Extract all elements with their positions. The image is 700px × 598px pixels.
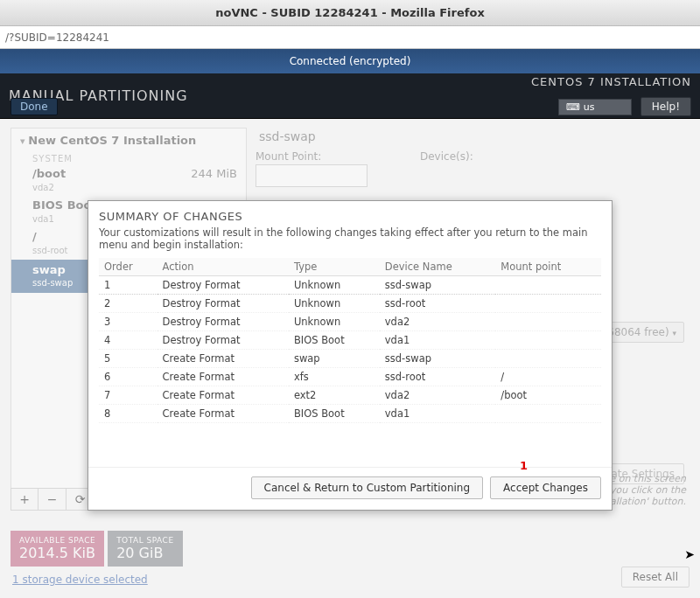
- summary-of-changes-dialog: SUMMARY OF CHANGES Your customizations w…: [88, 200, 612, 511]
- browser-titlebar: noVNC - SUBID 12284241 - Mozilla Firefox: [0, 0, 700, 26]
- cell-order: 3: [99, 313, 158, 331]
- cell-device: vda1: [380, 405, 495, 423]
- cell-order: 1: [99, 276, 158, 295]
- novnc-status-banner: Connected (encrypted): [0, 49, 700, 73]
- col-device[interactable]: Device Name: [380, 258, 495, 276]
- browser-title-text: noVNC - SUBID 12284241 - Mozilla Firefox: [215, 6, 485, 19]
- cell-mount: [495, 276, 601, 295]
- cell-mount: [495, 313, 601, 331]
- cell-mount: [495, 331, 601, 350]
- novnc-status-text: Connected (encrypted): [290, 55, 411, 67]
- cell-action: Create Format: [158, 405, 289, 423]
- cell-action: Destroy Format: [158, 276, 289, 295]
- cell-type: swap: [289, 350, 380, 368]
- col-type[interactable]: Type: [289, 258, 380, 276]
- cell-action: Create Format: [158, 386, 289, 405]
- changes-table: Order Action Type Device Name Mount poin…: [99, 258, 601, 423]
- browser-url-bar[interactable]: /?SUBID=12284241: [0, 26, 700, 49]
- cell-mount: [495, 350, 601, 368]
- help-button[interactable]: Help!: [640, 97, 691, 116]
- cell-device: vda2: [380, 313, 495, 331]
- table-row[interactable]: 5Create Formatswapssd-swap: [99, 350, 601, 368]
- table-row[interactable]: 7Create Formatext2vda2/boot: [99, 386, 601, 405]
- cancel-return-button[interactable]: Cancel & Return to Custom Partitioning: [251, 476, 484, 499]
- cell-action: Create Format: [158, 350, 289, 368]
- done-button[interactable]: Done: [10, 98, 58, 115]
- cell-mount: [495, 295, 601, 313]
- cell-action: Destroy Format: [158, 331, 289, 350]
- cell-type: Unknown: [289, 276, 380, 295]
- cell-mount: [495, 405, 601, 423]
- anaconda-header: MANUAL PARTITIONING Done CENTOS 7 INSTAL…: [0, 73, 700, 119]
- cell-order: 7: [99, 386, 158, 405]
- table-row[interactable]: 1Destroy FormatUnknownssd-swap: [99, 276, 601, 295]
- table-row[interactable]: 4Destroy FormatBIOS Bootvda1: [99, 331, 601, 350]
- col-order[interactable]: Order: [99, 258, 158, 276]
- cell-order: 2: [99, 295, 158, 313]
- cell-type: BIOS Boot: [289, 331, 380, 350]
- cell-order: 8: [99, 405, 158, 423]
- keyboard-layout-text: us: [584, 101, 595, 113]
- dialog-title: SUMMARY OF CHANGES: [88, 201, 612, 226]
- cell-device: vda2: [380, 386, 495, 405]
- keyboard-indicator[interactable]: us: [558, 99, 632, 115]
- cell-device: vda1: [380, 331, 495, 350]
- cell-type: Unknown: [289, 313, 380, 331]
- cell-type: Unknown: [289, 295, 380, 313]
- cell-device: ssd-swap: [380, 276, 495, 295]
- installation-label: CENTOS 7 INSTALLATION: [531, 75, 691, 88]
- cell-action: Create Format: [158, 368, 289, 386]
- table-row[interactable]: 6Create Formatxfsssd-root/: [99, 368, 601, 386]
- col-mount[interactable]: Mount point: [495, 258, 601, 276]
- cell-device: ssd-root: [380, 368, 495, 386]
- browser-url-text: /?SUBID=12284241: [5, 31, 109, 44]
- cell-type: BIOS Boot: [289, 405, 380, 423]
- table-row[interactable]: 8Create FormatBIOS Bootvda1: [99, 405, 601, 423]
- cell-device: ssd-swap: [380, 350, 495, 368]
- cell-action: Destroy Format: [158, 295, 289, 313]
- cell-mount: /boot: [495, 386, 601, 405]
- cell-type: xfs: [289, 368, 380, 386]
- cell-action: Destroy Format: [158, 313, 289, 331]
- col-action[interactable]: Action: [158, 258, 289, 276]
- cell-device: ssd-root: [380, 295, 495, 313]
- cell-type: ext2: [289, 386, 380, 405]
- table-row[interactable]: 3Destroy FormatUnknownvda2: [99, 313, 601, 331]
- cell-order: 5: [99, 350, 158, 368]
- cell-mount: /: [495, 368, 601, 386]
- main-area: New CentOS 7 Installation SYSTEM /boot 2…: [0, 119, 700, 598]
- accept-changes-button[interactable]: Accept Changes: [490, 476, 601, 499]
- table-row[interactable]: 2Destroy FormatUnknownssd-root: [99, 295, 601, 313]
- cell-order: 4: [99, 331, 158, 350]
- cell-order: 6: [99, 368, 158, 386]
- dialog-subtitle: Your customizations will result in the f…: [88, 226, 612, 258]
